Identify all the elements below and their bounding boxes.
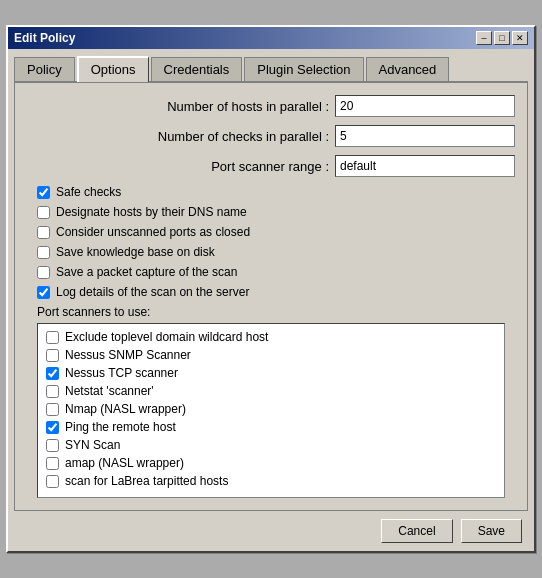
syn-scan-checkbox[interactable] xyxy=(46,439,59,452)
main-window: Edit Policy – □ ✕ Policy Options Credent… xyxy=(6,25,536,553)
close-button[interactable]: ✕ xyxy=(512,31,528,45)
packet-capture-label: Save a packet capture of the scan xyxy=(56,265,237,279)
checks-parallel-row: Number of checks in parallel : xyxy=(27,125,515,147)
packet-capture-row: Save a packet capture of the scan xyxy=(27,265,515,279)
nmap-checkbox[interactable] xyxy=(46,403,59,416)
packet-capture-checkbox[interactable] xyxy=(37,266,50,279)
hosts-parallel-input[interactable] xyxy=(335,95,515,117)
title-bar-controls: – □ ✕ xyxy=(476,31,528,45)
amap-checkbox[interactable] xyxy=(46,457,59,470)
scanner-exclude-toplevel: Exclude toplevel domain wildcard host xyxy=(42,330,500,344)
nmap-label: Nmap (NASL wrapper) xyxy=(65,402,186,416)
scanner-ping-remote: Ping the remote host xyxy=(42,420,500,434)
ping-remote-label: Ping the remote host xyxy=(65,420,176,434)
unscanned-ports-label: Consider unscanned ports as closed xyxy=(56,225,250,239)
scanner-labrea: scan for LaBrea tarpitted hosts xyxy=(42,474,500,488)
exclude-toplevel-checkbox[interactable] xyxy=(46,331,59,344)
port-range-label: Port scanner range : xyxy=(211,159,329,174)
checks-parallel-input[interactable] xyxy=(335,125,515,147)
scanner-nmap: Nmap (NASL wrapper) xyxy=(42,402,500,416)
scanner-amap: amap (NASL wrapper) xyxy=(42,456,500,470)
exclude-toplevel-label: Exclude toplevel domain wildcard host xyxy=(65,330,268,344)
tab-plugin-selection[interactable]: Plugin Selection xyxy=(244,57,363,81)
scanner-list: Exclude toplevel domain wildcard host Ne… xyxy=(37,323,505,498)
title-bar: Edit Policy – □ ✕ xyxy=(8,27,534,49)
tab-credentials[interactable]: Credentials xyxy=(151,57,243,81)
designate-hosts-label: Designate hosts by their DNS name xyxy=(56,205,247,219)
cancel-button[interactable]: Cancel xyxy=(381,519,452,543)
log-details-checkbox[interactable] xyxy=(37,286,50,299)
knowledge-base-checkbox[interactable] xyxy=(37,246,50,259)
safe-checks-row: Safe checks xyxy=(27,185,515,199)
hosts-parallel-label: Number of hosts in parallel : xyxy=(167,99,329,114)
log-details-label: Log details of the scan on the server xyxy=(56,285,249,299)
port-range-row: Port scanner range : xyxy=(27,155,515,177)
safe-checks-checkbox[interactable] xyxy=(37,186,50,199)
designate-hosts-row: Designate hosts by their DNS name xyxy=(27,205,515,219)
knowledge-base-label: Save knowledge base on disk xyxy=(56,245,215,259)
nessus-tcp-checkbox[interactable] xyxy=(46,367,59,380)
netstat-checkbox[interactable] xyxy=(46,385,59,398)
save-button[interactable]: Save xyxy=(461,519,522,543)
labrea-checkbox[interactable] xyxy=(46,475,59,488)
syn-scan-label: SYN Scan xyxy=(65,438,120,452)
scanner-netstat: Netstat 'scanner' xyxy=(42,384,500,398)
nessus-snmp-label: Nessus SNMP Scanner xyxy=(65,348,191,362)
tab-options[interactable]: Options xyxy=(77,56,149,82)
bottom-bar: Cancel Save xyxy=(8,511,534,551)
scanner-nessus-snmp: Nessus SNMP Scanner xyxy=(42,348,500,362)
tab-content: Number of hosts in parallel : Number of … xyxy=(14,81,528,511)
scanner-syn-scan: SYN Scan xyxy=(42,438,500,452)
hosts-parallel-row: Number of hosts in parallel : xyxy=(27,95,515,117)
tab-policy[interactable]: Policy xyxy=(14,57,75,81)
checks-parallel-label: Number of checks in parallel : xyxy=(158,129,329,144)
safe-checks-label: Safe checks xyxy=(56,185,121,199)
scanner-nessus-tcp: Nessus TCP scanner xyxy=(42,366,500,380)
unscanned-ports-checkbox[interactable] xyxy=(37,226,50,239)
log-details-row: Log details of the scan on the server xyxy=(27,285,515,299)
labrea-label: scan for LaBrea tarpitted hosts xyxy=(65,474,228,488)
nessus-tcp-label: Nessus TCP scanner xyxy=(65,366,178,380)
tab-advanced[interactable]: Advanced xyxy=(366,57,450,81)
port-range-input[interactable] xyxy=(335,155,515,177)
unscanned-ports-row: Consider unscanned ports as closed xyxy=(27,225,515,239)
scanner-section-label: Port scanners to use: xyxy=(27,305,515,319)
amap-label: amap (NASL wrapper) xyxy=(65,456,184,470)
ping-remote-checkbox[interactable] xyxy=(46,421,59,434)
netstat-label: Netstat 'scanner' xyxy=(65,384,154,398)
minimize-button[interactable]: – xyxy=(476,31,492,45)
designate-hosts-checkbox[interactable] xyxy=(37,206,50,219)
knowledge-base-row: Save knowledge base on disk xyxy=(27,245,515,259)
window-title: Edit Policy xyxy=(14,31,75,45)
maximize-button[interactable]: □ xyxy=(494,31,510,45)
tab-bar: Policy Options Credentials Plugin Select… xyxy=(8,49,534,81)
nessus-snmp-checkbox[interactable] xyxy=(46,349,59,362)
